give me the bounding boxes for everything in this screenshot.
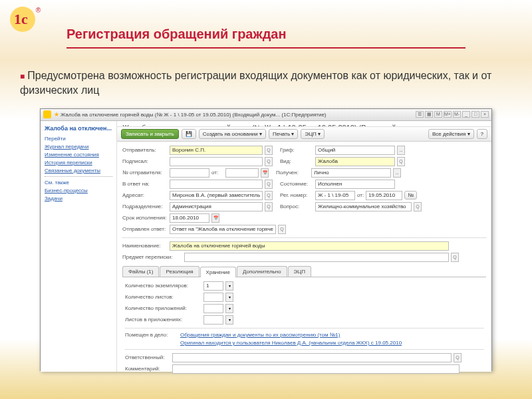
- addressee-lookup[interactable]: Q: [265, 191, 273, 200]
- state-input[interactable]: [315, 180, 395, 189]
- signed-lookup[interactable]: Q: [265, 157, 273, 166]
- document-title: Жалоба на отключение горячей воды (№ Ж -…: [117, 121, 491, 127]
- reply-to-input[interactable]: [170, 180, 263, 189]
- favorite-icon[interactable]: ★: [54, 111, 59, 118]
- exec-date-input[interactable]: [170, 213, 209, 223]
- window-titlebar: ★ Жалоба на отключение горячей воды (№ Ж…: [41, 109, 491, 121]
- received-input[interactable]: [311, 168, 391, 178]
- case-link[interactable]: Обращения граждан и документы по их расс…: [180, 332, 340, 338]
- tab-storage[interactable]: Хранение: [200, 267, 236, 277]
- save-button[interactable]: 💾: [182, 129, 196, 139]
- sender-label: Отправитель:: [122, 147, 168, 153]
- reg-date-label: от:: [357, 192, 364, 198]
- department-label: Подразделение:: [122, 203, 168, 209]
- all-actions-button[interactable]: Все действия ▾: [428, 129, 474, 139]
- attachments-spinner[interactable]: ▾: [225, 304, 233, 313]
- sidebar-see-also: См. также: [45, 180, 112, 186]
- attachments-input[interactable]: [203, 304, 223, 313]
- sender-no-label: № отправителя:: [122, 170, 168, 176]
- reply-to-label: В ответ на:: [122, 181, 168, 187]
- sent-reply-lookup[interactable]: Q: [278, 225, 286, 234]
- sidebar: Жалоба на отключен... Перейти Журнал пер…: [41, 121, 117, 372]
- toolbar: Записать и закрыть 💾 Создать на основани…: [117, 127, 491, 142]
- exec-date-picker[interactable]: 📅: [211, 213, 219, 223]
- kind-lookup[interactable]: Q: [397, 157, 405, 166]
- maximize-button[interactable]: □: [471, 111, 479, 118]
- sidebar-link-processes[interactable]: Бизнес-процессы: [45, 188, 112, 194]
- app-icon: [43, 110, 51, 118]
- save-close-button[interactable]: Записать и закрыть: [121, 129, 179, 139]
- sidebar-link-journal[interactable]: Журнал передачи: [45, 144, 112, 150]
- tb-btn-x3[interactable]: M: [434, 111, 442, 118]
- name-input[interactable]: [170, 241, 449, 251]
- case-label: Помещен в дело:: [125, 332, 178, 338]
- close-button[interactable]: ×: [481, 111, 489, 118]
- reply-to-lookup[interactable]: Q: [265, 180, 273, 189]
- sheets-label: Количество листов:: [125, 294, 201, 300]
- create-on-button[interactable]: Создать на основании ▾: [199, 129, 266, 139]
- att-sheets-label: Листов в приложениях:: [125, 317, 201, 323]
- department-input[interactable]: [170, 202, 263, 211]
- sidebar-link-tasks[interactable]: Задачи: [45, 196, 112, 201]
- question-input[interactable]: [315, 202, 412, 211]
- addressee-label: Адресат:: [122, 192, 168, 198]
- tb-btn-x4[interactable]: M+: [444, 111, 452, 118]
- minimize-button[interactable]: _: [462, 111, 470, 118]
- sent-reply-input[interactable]: [170, 225, 276, 234]
- original-location-link[interactable]: Оригинал находится у пользователя Никола…: [180, 340, 402, 346]
- app-window: ★ Жалоба на отключение горячей воды (№ Ж…: [40, 108, 492, 371]
- att-sheets-spinner[interactable]: ▾: [225, 315, 233, 325]
- comment-label: Комментарий:: [125, 366, 170, 372]
- sidebar-link-state-change[interactable]: Изменение состояния: [45, 152, 112, 158]
- received-label: Получен:: [276, 170, 309, 176]
- tab-files[interactable]: Файлы (1): [122, 266, 159, 277]
- subject-lookup[interactable]: Q: [451, 253, 459, 262]
- exec-date-label: Срок исполнения:: [122, 215, 168, 221]
- copies-label: Количество экземпляров:: [125, 283, 201, 289]
- tb-btn-x2[interactable]: ▦: [425, 111, 433, 118]
- tab-resolution[interactable]: Резолюция: [160, 266, 199, 277]
- attachments-label: Количество приложений:: [125, 305, 201, 311]
- copies-input[interactable]: [203, 281, 223, 291]
- name-label: Наименование:: [122, 243, 168, 249]
- help-button[interactable]: ?: [477, 129, 487, 139]
- sender-no-input[interactable]: [170, 168, 209, 178]
- responsible-label: Ответственный:: [125, 354, 170, 360]
- state-label: Состояние:: [280, 181, 313, 187]
- ecp-button[interactable]: ЭЦП ▾: [301, 129, 325, 139]
- sheets-spinner[interactable]: ▾: [225, 293, 233, 302]
- tab-additional[interactable]: Дополнительно: [237, 266, 287, 277]
- copies-spinner[interactable]: ▾: [225, 281, 233, 291]
- comment-input[interactable]: [172, 364, 460, 374]
- signed-label: Подписал:: [122, 158, 168, 164]
- signed-input[interactable]: [170, 157, 263, 166]
- reg-no-input[interactable]: [315, 191, 355, 200]
- from-date-picker[interactable]: 📅: [261, 168, 269, 178]
- reg-date-input[interactable]: [366, 191, 402, 200]
- kind-input[interactable]: [315, 157, 395, 166]
- sender-lookup[interactable]: Q: [265, 146, 273, 155]
- grif-input[interactable]: [315, 146, 395, 155]
- att-sheets-input[interactable]: [203, 315, 223, 325]
- print-button[interactable]: Печать ▾: [269, 129, 298, 139]
- reg-no-label: Рег. номер:: [280, 192, 313, 198]
- subject-input[interactable]: [184, 253, 449, 262]
- responsible-lookup[interactable]: Q: [454, 353, 462, 362]
- from-date-input[interactable]: [225, 168, 259, 178]
- sidebar-link-history[interactable]: История переписки: [45, 160, 112, 166]
- responsible-input[interactable]: [172, 353, 452, 362]
- addressee-input[interactable]: [170, 191, 263, 200]
- tb-btn-x1[interactable]: ☰: [416, 111, 424, 118]
- sender-input[interactable]: [170, 146, 263, 155]
- reg-no-button[interactable]: №: [404, 191, 417, 200]
- tab-ecp[interactable]: ЭЦП: [288, 266, 311, 277]
- sidebar-goto-label: Перейти: [45, 136, 112, 142]
- sheets-input[interactable]: [203, 293, 223, 302]
- received-dots[interactable]: ...: [393, 168, 401, 178]
- sidebar-link-related[interactable]: Связанные документы: [45, 168, 112, 174]
- question-lookup[interactable]: Q: [414, 202, 422, 211]
- from-label: от:: [211, 170, 223, 176]
- tb-btn-x5[interactable]: M-: [453, 111, 461, 118]
- grif-dots[interactable]: ...: [397, 146, 405, 155]
- department-lookup[interactable]: Q: [265, 202, 273, 211]
